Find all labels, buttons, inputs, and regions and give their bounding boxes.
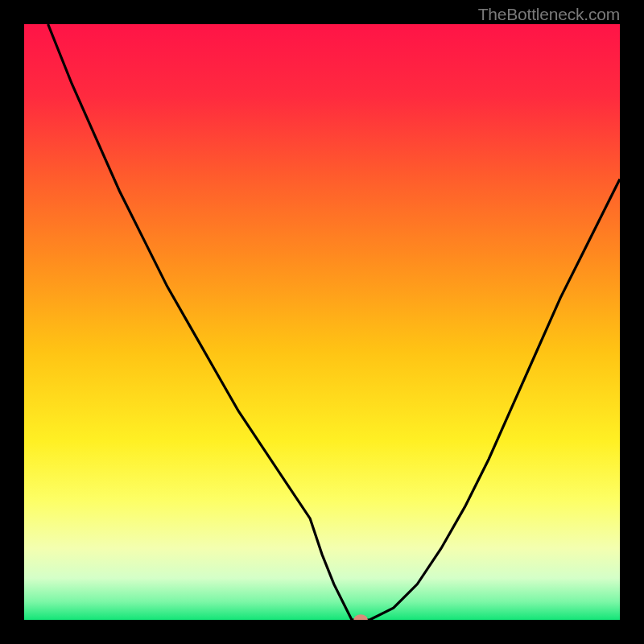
watermark-text: TheBottleneck.com bbox=[478, 5, 620, 24]
gradient-background bbox=[24, 24, 620, 620]
chart-svg bbox=[24, 24, 620, 620]
chart-container: TheBottleneck.com bbox=[0, 0, 644, 644]
